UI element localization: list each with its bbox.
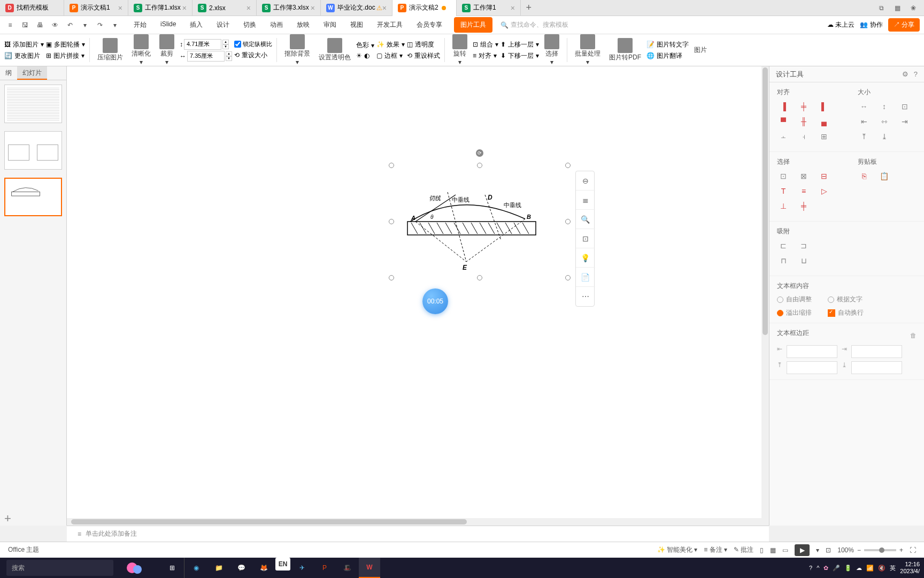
close-icon[interactable]: × bbox=[382, 4, 387, 12]
distribute-v-icon[interactable]: ⫞ bbox=[797, 131, 810, 142]
move-up-button[interactable]: ⬆上移一层▾ bbox=[500, 40, 539, 50]
adsorb-bottom-icon[interactable]: ⊔ bbox=[797, 255, 810, 266]
task-view-icon[interactable]: ⊞ bbox=[161, 558, 183, 578]
fit-icon[interactable]: ⊡ bbox=[826, 546, 831, 554]
width-down[interactable]: ▼ bbox=[226, 56, 232, 61]
batch-button[interactable]: 批量处理▾ bbox=[572, 33, 604, 67]
window-mode-icon[interactable]: ⧉ bbox=[876, 3, 887, 13]
align-right-icon[interactable]: ▌ bbox=[818, 101, 830, 112]
taskbar-search[interactable]: 搜索 bbox=[6, 560, 113, 576]
zoom-out-button[interactable]: − bbox=[857, 546, 861, 554]
collapse-icon[interactable]: ⊖ bbox=[576, 171, 595, 191]
tray-battery-icon[interactable]: 🔋 bbox=[844, 565, 852, 572]
tray-help-icon[interactable]: ? bbox=[809, 565, 812, 571]
vscroll-thumb[interactable] bbox=[763, 67, 768, 335]
menu-member[interactable]: 会员专享 bbox=[414, 17, 444, 33]
tray-mic-icon[interactable]: 🎤 bbox=[833, 565, 840, 572]
close-icon[interactable]: × bbox=[118, 4, 122, 12]
menu-islide[interactable]: iSlide bbox=[158, 17, 178, 33]
select-layer-icon[interactable]: ≡ bbox=[797, 186, 810, 196]
print-button[interactable]: 🖶 bbox=[34, 19, 46, 31]
chevron-down-icon[interactable]: ▾ bbox=[816, 546, 819, 554]
resize-handle-se[interactable] bbox=[565, 275, 571, 280]
more-float-icon[interactable]: ⋯ bbox=[576, 287, 595, 306]
slide-thumb-3-selected[interactable] bbox=[4, 178, 62, 216]
ocr-float-icon[interactable]: 📄 bbox=[576, 268, 595, 287]
lock-ratio-checkbox[interactable]: 锁定纵横比 bbox=[234, 40, 272, 48]
distribute-icon[interactable]: ⊞ bbox=[818, 131, 830, 142]
tray-up-icon[interactable]: ^ bbox=[817, 565, 819, 571]
resize-handle-nw[interactable] bbox=[389, 163, 394, 168]
close-icon[interactable]: × bbox=[247, 4, 251, 12]
tray-volume-icon[interactable]: 🔇 bbox=[878, 565, 886, 572]
layers-icon[interactable]: ≣ bbox=[576, 191, 595, 210]
to-text-button[interactable]: 📝图片转文字 bbox=[646, 40, 689, 50]
cloud-status[interactable]: ☁ 未上云 bbox=[827, 20, 854, 29]
transparency-button[interactable]: ◫透明度 bbox=[407, 40, 440, 50]
resize-handle-sw[interactable] bbox=[389, 275, 394, 280]
tab-xls4[interactable]: S工作簿1× bbox=[457, 0, 521, 16]
margin-right-input[interactable] bbox=[851, 345, 902, 358]
align-center-v-icon[interactable]: ╫ bbox=[797, 116, 810, 127]
border-button[interactable]: ▢边框▾ bbox=[376, 51, 405, 61]
adsorb-v-icon[interactable]: ⊐ bbox=[797, 240, 810, 251]
preview-button[interactable]: 👁 bbox=[49, 19, 61, 31]
powerpoint-icon[interactable]: P bbox=[314, 558, 335, 578]
brightness-icon[interactable]: ☀ bbox=[356, 52, 362, 59]
menu-review[interactable]: 审阅 bbox=[321, 17, 338, 33]
tab-doc[interactable]: W毕业论文.doc⚠× bbox=[321, 0, 392, 16]
wechat-icon[interactable]: 💬 bbox=[230, 558, 252, 578]
slideshow-button[interactable]: ▶ bbox=[795, 544, 810, 556]
slide-canvas-area[interactable]: ⟳ bbox=[67, 66, 769, 526]
weather-widget[interactable] bbox=[124, 560, 145, 576]
firefox-icon[interactable]: 🦊 bbox=[253, 558, 274, 578]
adsorb-top-icon[interactable]: ⊓ bbox=[777, 255, 790, 266]
to-pdf-button[interactable]: 图片转PDF bbox=[606, 37, 644, 63]
carousel-button[interactable]: ▣多图轮播▾ bbox=[46, 40, 85, 50]
edge-icon[interactable]: ◉ bbox=[186, 558, 207, 578]
paste-icon[interactable]: 📋 bbox=[878, 171, 891, 181]
resize-handle-n[interactable] bbox=[477, 163, 482, 168]
add-tab-button[interactable]: + bbox=[521, 2, 537, 13]
resize-handle-e[interactable] bbox=[565, 219, 571, 224]
crop-float-icon[interactable]: ⊡ bbox=[576, 229, 595, 248]
close-icon[interactable]: × bbox=[511, 4, 515, 12]
stretch-top-icon[interactable]: ⤒ bbox=[858, 131, 871, 142]
skin-icon[interactable]: ❀ bbox=[908, 3, 919, 13]
resize-handle-w[interactable] bbox=[389, 219, 394, 224]
view-reading-icon[interactable]: ▭ bbox=[782, 546, 788, 554]
tray-onedrive-icon[interactable]: ☁ bbox=[856, 565, 862, 572]
auto-adjust-radio[interactable]: 自由调整 bbox=[777, 295, 812, 304]
remove-bg-button[interactable]: 抠除背景▾ bbox=[281, 33, 313, 67]
app-icon[interactable]: ✈ bbox=[291, 558, 313, 578]
reset-margin-icon[interactable]: 🗑 bbox=[910, 332, 917, 339]
gear-icon[interactable]: ⚙ bbox=[902, 70, 908, 78]
tab-xls3[interactable]: S工作簿3.xlsx× bbox=[257, 0, 321, 16]
translate-button[interactable]: 🌐图片翻译 bbox=[646, 51, 689, 61]
move-down-button[interactable]: ⬇下移一层▾ bbox=[500, 51, 539, 61]
comments-toggle[interactable]: ✎ 批注 bbox=[734, 545, 753, 554]
command-search[interactable]: 🔍 查找命令、搜索模板 bbox=[500, 20, 568, 29]
smart-beautify-button[interactable]: ✨ 智能美化 ▾ bbox=[657, 545, 698, 554]
add-slide-button[interactable]: + bbox=[4, 512, 11, 526]
collab-button[interactable]: 👥 协作 bbox=[860, 20, 882, 29]
image-stitch-button[interactable]: ⊞图片拼接▾ bbox=[46, 51, 85, 61]
menu-view[interactable]: 视图 bbox=[348, 17, 365, 33]
explorer-icon[interactable]: 📁 bbox=[208, 558, 229, 578]
select-type-icon[interactable]: T bbox=[777, 186, 790, 196]
select-similar-icon[interactable]: ⊠ bbox=[797, 171, 810, 181]
tray-wifi-icon[interactable]: 📶 bbox=[866, 565, 874, 572]
taskbar-clock[interactable]: 12:16 2023/4/ bbox=[900, 561, 920, 575]
notes-toggle[interactable]: ≡ 备注 ▾ bbox=[704, 545, 727, 554]
color-fx-button[interactable]: 色彩▾ bbox=[356, 40, 374, 50]
menu-design[interactable]: 设计 bbox=[214, 17, 232, 33]
height-up[interactable]: ▲ bbox=[222, 40, 229, 44]
menu-button[interactable]: ≡ bbox=[4, 19, 16, 31]
crop-button[interactable]: 裁剪▾ bbox=[156, 33, 178, 67]
resize-handle-ne[interactable] bbox=[565, 163, 571, 168]
app2-icon[interactable]: 🎩 bbox=[336, 558, 358, 578]
save-button[interactable]: 🖫 bbox=[19, 19, 31, 31]
align-top-icon[interactable]: ▀ bbox=[777, 116, 790, 127]
compress-button[interactable]: 压缩图片 bbox=[94, 37, 126, 63]
select-play-icon[interactable]: ▷ bbox=[818, 186, 830, 196]
